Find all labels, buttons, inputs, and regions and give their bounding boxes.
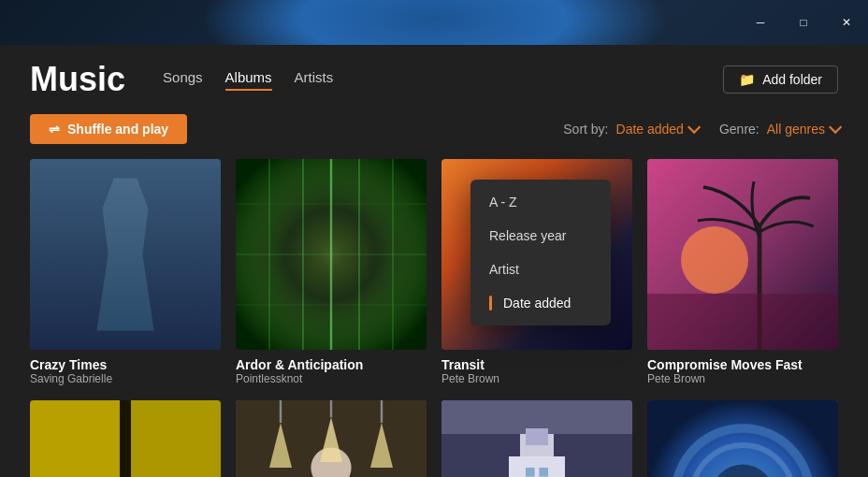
svg-rect-16 <box>131 400 221 477</box>
add-folder-button[interactable]: 📁 Add folder <box>723 65 838 94</box>
album-artist: Saving Gabrielle <box>30 372 221 385</box>
album-grid: Crazy Times Saving Gabrielle <box>0 159 868 477</box>
app-title: Music <box>30 60 125 99</box>
svg-rect-31 <box>526 468 535 477</box>
album-art-6 <box>236 400 427 477</box>
album-title: Ardor & Anticipation <box>236 357 427 372</box>
album-card-compromise[interactable]: Compromise Moves Fast Pete Brown <box>647 159 838 385</box>
svg-rect-13 <box>647 294 838 350</box>
shuffle-icon: ⇌ <box>49 122 60 137</box>
album-title: Compromise Moves Fast <box>647 357 838 372</box>
svg-rect-29 <box>509 456 565 477</box>
minimize-button[interactable]: ─ <box>739 7 782 37</box>
album-card-6[interactable] <box>236 400 427 477</box>
svg-rect-37 <box>441 400 632 434</box>
album-card-8[interactable] <box>647 400 838 477</box>
svg-rect-15 <box>30 400 120 477</box>
album-card-ardor[interactable]: Ardor & Anticipation Pointlessknot <box>236 159 427 385</box>
album-card-crazy-times[interactable]: Crazy Times Saving Gabrielle <box>30 159 221 385</box>
folder-icon: 📁 <box>739 72 755 87</box>
sort-option-az[interactable]: A - Z <box>470 185 611 219</box>
titlebar: ─ □ ✕ <box>0 0 868 45</box>
sort-chevron-icon <box>687 121 701 134</box>
album-card-5[interactable] <box>30 400 221 477</box>
toolbar: ⇌ Shuffle and play Sort by: Date added G… <box>0 99 868 159</box>
album-art-crazy-times <box>30 159 221 350</box>
sort-value-button[interactable]: Date added <box>616 122 697 137</box>
main-nav: Songs Albums Artists <box>163 69 333 91</box>
svg-rect-32 <box>539 468 548 477</box>
sort-by-group: Sort by: Date added <box>563 122 697 137</box>
album-art-5 <box>30 400 221 477</box>
sort-section: Sort by: Date added Genre: All genres <box>563 122 838 137</box>
sort-option-release-year[interactable]: Release year <box>470 219 611 253</box>
close-button[interactable]: ✕ <box>825 7 868 37</box>
album-artist: Pete Brown <box>441 372 632 385</box>
genre-chevron-icon <box>829 121 842 134</box>
album-title: Crazy Times <box>30 357 221 372</box>
album-title: Transit <box>441 357 632 372</box>
nav-albums[interactable]: Albums <box>225 69 272 91</box>
sort-option-date-added[interactable]: Date added <box>470 286 611 320</box>
album-artist: Pointlessknot <box>236 372 427 385</box>
header: Music Songs Albums Artists 📁 Add folder <box>0 45 868 99</box>
person-silhouette <box>68 178 182 330</box>
shuffle-play-button[interactable]: ⇌ Shuffle and play <box>30 114 187 144</box>
sort-dropdown: A - Z Release year Artist Date added <box>470 180 611 325</box>
album-art-compromise <box>647 159 838 350</box>
app-window: Music Songs Albums Artists 📁 Add folder … <box>0 45 868 477</box>
album-artist: Pete Brown <box>647 372 838 385</box>
maximize-button[interactable]: □ <box>782 7 825 37</box>
genre-group: Genre: All genres <box>719 122 838 137</box>
svg-point-12 <box>681 226 748 294</box>
genre-label: Genre: <box>719 122 760 137</box>
sort-option-artist[interactable]: Artist <box>470 253 611 286</box>
genre-value-button[interactable]: All genres <box>767 122 838 137</box>
header-actions: 📁 Add folder <box>723 65 838 94</box>
nav-songs[interactable]: Songs <box>163 69 203 91</box>
album-art-ardor <box>236 159 427 350</box>
album-art-8 <box>647 400 838 477</box>
album-art-7 <box>441 400 632 477</box>
sort-by-label: Sort by: <box>563 122 608 137</box>
window-controls: ─ □ ✕ <box>739 7 868 37</box>
album-card-7[interactable] <box>441 400 632 477</box>
nav-artists[interactable]: Artists <box>295 69 334 91</box>
